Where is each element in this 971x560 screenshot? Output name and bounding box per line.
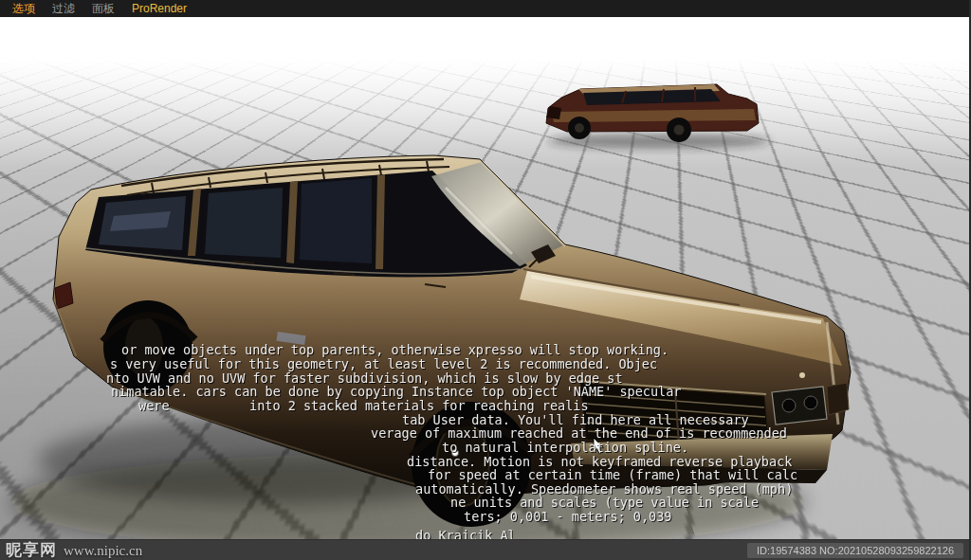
bg-car-front-hub <box>575 123 584 133</box>
background-car[interactable] <box>546 84 771 149</box>
headlamp-inner <box>782 399 796 412</box>
headlamp-outer <box>804 396 817 409</box>
viewport-menubar: 选项过滤面板ProRender <box>0 0 969 17</box>
watermark-bar: 昵享网 www.nipic.cn ID:19574383 NO:20210528… <box>0 539 969 560</box>
bg-car-rear-hub <box>674 125 685 135</box>
watermark-site-url: www.nipic.cn <box>64 543 142 559</box>
menu-item-filter[interactable]: 过滤 <box>44 0 83 17</box>
rear-wheel-rim <box>125 316 163 377</box>
hood-emblem <box>799 372 805 378</box>
menu-item-options[interactable]: 选项 <box>4 0 44 17</box>
car-headlight <box>772 387 827 425</box>
menu-item-panel[interactable]: 面板 <box>83 0 123 17</box>
window-reflection <box>205 188 283 258</box>
foreground-car[interactable] <box>9 155 851 539</box>
scene-render <box>0 17 969 539</box>
window-reflection <box>300 178 372 263</box>
menu-item-prorender[interactable]: ProRender <box>123 0 195 17</box>
object-origin-dot <box>452 450 459 457</box>
3d-viewport[interactable]: or move objects under top parents, other… <box>0 17 969 539</box>
app-window: 选项过滤面板ProRender <box>0 0 971 560</box>
watermark-site-name: 昵享网 <box>6 539 57 560</box>
corner-marker <box>827 383 849 415</box>
image-id-text: ID:19574383 NO:20210528093259822126 <box>747 543 963 558</box>
site-watermark: 昵享网 www.nipic.cn <box>6 539 142 560</box>
